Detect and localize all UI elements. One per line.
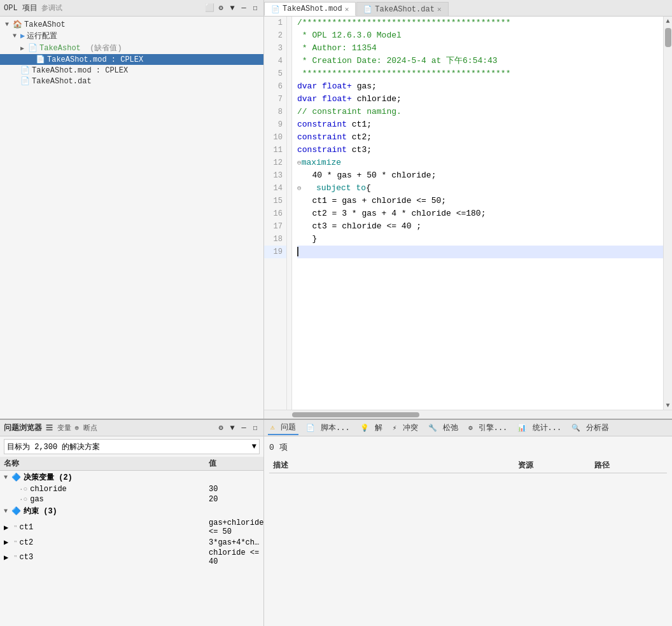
ct3-value: chloride <= 40 — [209, 548, 260, 566]
tab-issues[interactable]: ⚠ 问题 — [268, 421, 298, 435]
conflicts-tab-label: 冲突 — [403, 424, 418, 433]
vertical-scrollbar[interactable]: ▲ ▼ — [663, 17, 672, 410]
breakpoints-tab[interactable]: ⊕ 断点 — [75, 423, 97, 433]
tab-dat-close[interactable]: ✕ — [437, 5, 442, 13]
tree-item-dat[interactable]: 📄 TakeAShot.dat — [0, 76, 263, 87]
maximize-icon[interactable]: ☐ — [251, 4, 260, 13]
ln-8: 8 — [264, 106, 286, 118]
expand-constraints-icon: ▼ — [4, 508, 11, 515]
ct2-name: ct2 — [20, 538, 209, 547]
ln-14: 14 — [264, 182, 286, 195]
tab-mod-label: TakeAShot.mod — [283, 4, 342, 13]
settings-left-icon[interactable]: ⚙ — [216, 4, 225, 13]
editor-content-area: 1 2 3 4 5 6 7 8 9 10 11 12 13 14 15 16 1… — [264, 17, 672, 410]
line-numbers: 1 2 3 4 5 6 7 8 9 10 11 12 13 14 15 16 1… — [264, 17, 287, 410]
scroll-thumb-h[interactable] — [292, 412, 419, 417]
constraint-row-ct3[interactable]: ▶ " ct3 chloride <= 40 — [0, 548, 263, 567]
ln-10: 10 — [264, 131, 286, 144]
constraint-row-ct1[interactable]: ▶ " ct1 gas+chloride <= 50 — [0, 518, 263, 537]
relax-tab-label: 松弛 — [443, 424, 458, 433]
tab-stats[interactable]: 📊 统计... — [515, 421, 564, 435]
ct3-icon: " — [14, 553, 17, 561]
left-panel-icons: ⬜ ⚙ ▼ — ☐ — [205, 4, 260, 13]
editor-tabs: 📄 TakeAShot.mod ✕ 📄 TakeAShot.dat ✕ — [264, 0, 672, 17]
issues-content: 0 项 描述 资源 路径 — [264, 436, 672, 626]
tree-label-dat: TakeAShot.dat — [32, 77, 92, 86]
ln-5: 5 — [264, 67, 286, 80]
problem-maximize-icon[interactable]: ☐ — [251, 424, 260, 433]
tab-scripts[interactable]: 📄 脚本... — [304, 421, 353, 435]
tree-label-root: TakeAShot — [24, 20, 66, 29]
tree-item-mod[interactable]: 📄 TakeAShot.mod : CPLEX — [0, 65, 263, 76]
problem-browser-title: 问题浏览器 — [4, 422, 42, 433]
var-row-gas[interactable]: ·○ gas 20 — [0, 494, 263, 504]
tab-mod-close[interactable]: ✕ — [345, 5, 349, 13]
code-line-19[interactable]: ​ — [297, 246, 663, 258]
scripts-icon: 📄 — [306, 424, 315, 432]
tree-area: ▼ 🏠 TakeAShot ▼ ▶ 运行配置 ▶ 📄 TakeAshot (缺省… — [0, 17, 263, 419]
tab-solutions[interactable]: 💡 解 — [358, 421, 385, 435]
code-editor[interactable]: /***************************************… — [292, 17, 663, 410]
var-gas-icon: ·○ — [19, 496, 27, 503]
engine-tab-label: 引擎... — [479, 424, 508, 433]
col-header-name: 名称 — [4, 458, 209, 469]
tree-item-runconfig[interactable]: ▼ ▶ 运行配置 — [0, 30, 263, 42]
tab-dat[interactable]: 📄 TakeAShot.dat ✕ — [356, 2, 448, 16]
bottom-area: 问题浏览器 ☰ 变量 ⊕ 断点 ⚙ ▼ — ☐ 目标为 2,300 的解决方案 … — [0, 420, 672, 626]
dropdown-arrow-icon: ▼ — [252, 442, 256, 451]
issues-col-path: 路径 — [591, 460, 667, 471]
code-line-13: 40 * gas + 50 * chloride; — [297, 169, 663, 182]
var-gas-name: gas — [30, 495, 209, 504]
code-line-7: dvar float+ chloride; — [297, 93, 663, 106]
ln-18: 18 — [264, 233, 286, 246]
problem-dropdown-icon[interactable]: ▼ — [228, 424, 237, 433]
code-line-10: constraint ct2; — [297, 131, 663, 144]
bottom-right-panel: ⚠ 问题 📄 脚本... 💡 解 ⚡ 冲突 🔧 松弛 ⚙ 引擎... — [264, 420, 672, 626]
tree-item-mod-selected[interactable]: 📄 TakeAShot.mod : CPLEX — [0, 54, 263, 65]
ct1-expand: ▶ — [4, 523, 14, 532]
tab-relax[interactable]: 🔧 松弛 — [426, 421, 461, 435]
constraint-row-ct2[interactable]: ▶ " ct2 3*gas+4*chloride <... — [0, 537, 263, 548]
solutions-tab-label: 解 — [375, 424, 382, 433]
tree-item-root[interactable]: ▼ 🏠 TakeAShot — [0, 19, 263, 30]
constraints-section[interactable]: ▼ 🔷 约束 (3) — [0, 504, 263, 518]
engine-icon: ⚙ — [468, 424, 473, 432]
minimize-left-icon[interactable]: ⬜ — [205, 4, 214, 13]
scripts-tab-label: 脚本... — [321, 424, 350, 433]
tab-mod[interactable]: 📄 TakeAShot.mod ✕ — [264, 2, 356, 16]
decision-vars-section[interactable]: ▼ 🔷 决策变量 (2) — [0, 471, 263, 484]
tree-icon-runconfig: ▶ — [20, 31, 25, 41]
tab-engine[interactable]: ⚙ 引擎... — [466, 421, 510, 435]
scroll-down-arrow[interactable]: ▼ — [664, 401, 673, 410]
tree-arrow-runconfig: ▼ — [13, 32, 20, 39]
tree-label-mod-selected: TakeAShot.mod : CPLEX — [47, 55, 143, 64]
tree-arrow-root: ▼ — [5, 21, 13, 28]
problem-settings-icon[interactable]: ⚙ — [216, 424, 225, 433]
ln-19: 19 — [264, 246, 286, 258]
horizontal-scrollbar[interactable] — [264, 410, 672, 419]
var-row-chloride[interactable]: ·○ chloride 30 — [0, 484, 263, 494]
ct2-icon: " — [14, 539, 17, 546]
tree-icon-root: 🏠 — [13, 20, 22, 29]
tree-icon-mod-selected: 📄 — [36, 55, 45, 64]
issues-table-header: 描述 资源 路径 — [269, 458, 667, 473]
tab-conflicts[interactable]: ⚡ 冲突 — [390, 421, 421, 435]
var-chloride-name: chloride — [30, 485, 209, 494]
scroll-thumb-v[interactable] — [665, 28, 671, 47]
constraints-section-label: 约束 (3) — [24, 506, 57, 517]
ln-15: 15 — [264, 195, 286, 207]
ln-13: 13 — [264, 169, 286, 182]
tree-item-default[interactable]: ▶ 📄 TakeAshot (缺省值) — [0, 42, 263, 54]
tab-analyzer[interactable]: 🔍 分析器 — [569, 421, 612, 435]
variables-tab[interactable]: ☰ 变量 — [46, 423, 71, 433]
solutions-icon: 💡 — [360, 424, 369, 432]
scroll-up-arrow[interactable]: ▲ — [664, 17, 673, 25]
problem-minimize-icon[interactable]: — — [239, 424, 248, 433]
ct1-value: gas+chloride <= 50 — [209, 518, 260, 536]
minimize-icon[interactable]: — — [239, 4, 248, 13]
solution-dropdown[interactable]: 目标为 2,300 的解决方案 ▼ — [4, 439, 260, 454]
dropdown-left-icon[interactable]: ▼ — [228, 4, 237, 13]
left-panel: OPL 项目 参调试 ⬜ ⚙ ▼ — ☐ ▼ 🏠 TakeAShot ▼ — [0, 0, 264, 419]
issues-icon: ⚠ — [270, 424, 275, 431]
ln-17: 17 — [264, 220, 286, 233]
